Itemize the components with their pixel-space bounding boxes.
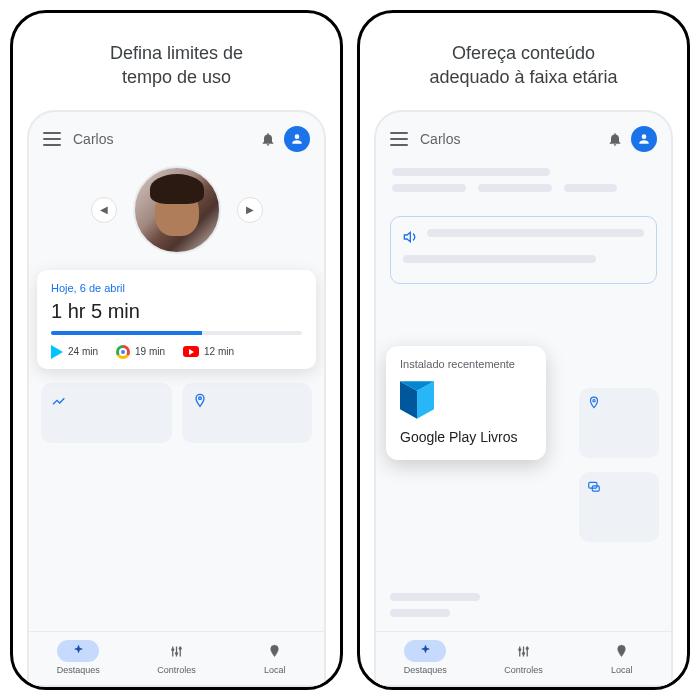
svg-point-1 [171, 648, 174, 651]
chrome-icon [116, 345, 130, 359]
play-books-icon [400, 381, 434, 419]
highlighted-card-placeholder[interactable] [390, 216, 657, 284]
sparkle-icon [71, 644, 86, 659]
svg-point-14 [621, 647, 624, 650]
app-time: 19 min [135, 346, 165, 357]
nav-location[interactable]: Local [226, 632, 324, 685]
recently-installed-card[interactable]: Instalado recentemente Google Play Livro… [386, 346, 546, 460]
nav-location[interactable]: Local [573, 632, 671, 685]
app-header: Carlos [29, 112, 324, 160]
usage-date: Hoje, 6 de abril [51, 282, 302, 294]
heading-line: Defina limites de [31, 41, 322, 65]
nav-label: Destaques [57, 665, 100, 675]
nav-controls[interactable]: Controles [127, 632, 225, 685]
bottom-nav: Destaques Controles Local [376, 631, 671, 685]
usage-card[interactable]: Hoje, 6 de abril 1 hr 5 min 24 min 19 mi… [37, 270, 316, 369]
promo-slide-left: Defina limites de tempo de uso Carlos ◀ … [10, 10, 343, 690]
app-time: 24 min [68, 346, 98, 357]
child-name: Carlos [73, 131, 252, 147]
skeleton-line [478, 184, 552, 192]
nav-label: Local [611, 665, 633, 675]
nav-label: Controles [504, 665, 543, 675]
insight-card-placeholder[interactable] [41, 383, 172, 443]
svg-point-4 [274, 647, 277, 650]
usage-progress [51, 331, 302, 335]
install-app-name: Google Play Livros [400, 429, 532, 446]
pin-icon [587, 396, 601, 410]
ghost-row [41, 383, 312, 443]
skeleton-line [390, 609, 450, 617]
svg-point-12 [522, 652, 525, 655]
sound-icon [403, 231, 419, 243]
app-header: Carlos [376, 112, 671, 160]
account-avatar[interactable] [631, 126, 657, 152]
slide-heading: Ofereça conteúdo adequado à faixa etária [360, 13, 687, 100]
menu-icon[interactable] [43, 132, 61, 146]
skeleton-line [392, 168, 550, 176]
ghost-column [579, 388, 659, 542]
insight-card-placeholder[interactable] [182, 383, 313, 443]
pin-icon [614, 644, 629, 659]
skeleton-line [564, 184, 617, 192]
bell-icon[interactable] [607, 131, 623, 147]
svg-point-13 [526, 647, 529, 650]
skeleton-line [403, 255, 596, 263]
usage-total: 1 hr 5 min [51, 300, 302, 323]
app-usage-item: 12 min [183, 346, 234, 357]
svg-point-3 [179, 647, 182, 650]
profile-switcher: ◀ ▶ [29, 166, 324, 254]
next-child-button[interactable]: ▶ [237, 197, 263, 223]
sliders-icon [516, 644, 531, 659]
app-usage-item: 24 min [51, 345, 98, 359]
nav-highlights[interactable]: Destaques [29, 632, 127, 685]
child-photo[interactable] [133, 166, 221, 254]
prev-child-button[interactable]: ◀ [91, 197, 117, 223]
trend-icon [51, 393, 67, 409]
nav-controls[interactable]: Controles [474, 632, 572, 685]
sparkle-icon [418, 644, 433, 659]
nav-label: Controles [157, 665, 196, 675]
skeleton-line [392, 184, 466, 192]
pin-icon [192, 393, 208, 409]
youtube-icon [183, 346, 199, 357]
play-icon [51, 345, 63, 359]
skeleton-line [390, 593, 480, 601]
nav-label: Local [264, 665, 286, 675]
app-screen: Carlos ◀ ▶ Hoje, 6 de abril 1 hr 5 min 2… [27, 110, 326, 687]
nav-label: Destaques [404, 665, 447, 675]
bell-icon[interactable] [260, 131, 276, 147]
promo-slide-right: Ofereça conteúdo adequado à faixa etária… [357, 10, 690, 690]
svg-point-11 [518, 648, 521, 651]
menu-icon[interactable] [390, 132, 408, 146]
heading-line: adequado à faixa etária [378, 65, 669, 89]
bottom-nav: Destaques Controles Local [29, 631, 324, 685]
sliders-icon [169, 644, 184, 659]
slide-heading: Defina limites de tempo de uso [13, 13, 340, 100]
heading-line: tempo de uso [31, 65, 322, 89]
svg-point-2 [175, 652, 178, 655]
app-usage-row: 24 min 19 min 12 min [51, 345, 302, 359]
svg-point-8 [593, 399, 595, 401]
chat-icon [587, 480, 601, 494]
skeleton-block [390, 593, 480, 625]
skeleton-line [427, 229, 644, 237]
heading-line: Ofereça conteúdo [378, 41, 669, 65]
app-screen: Carlos Instalado recentemente [374, 110, 673, 687]
app-usage-item: 19 min [116, 345, 165, 359]
insight-card-placeholder[interactable] [579, 472, 659, 542]
child-name: Carlos [420, 131, 599, 147]
account-avatar[interactable] [284, 126, 310, 152]
nav-highlights[interactable]: Destaques [376, 632, 474, 685]
insight-card-placeholder[interactable] [579, 388, 659, 458]
install-label: Instalado recentemente [400, 358, 532, 371]
app-time: 12 min [204, 346, 234, 357]
skeleton-block [376, 160, 671, 204]
pin-icon [267, 644, 282, 659]
svg-point-0 [198, 397, 201, 400]
